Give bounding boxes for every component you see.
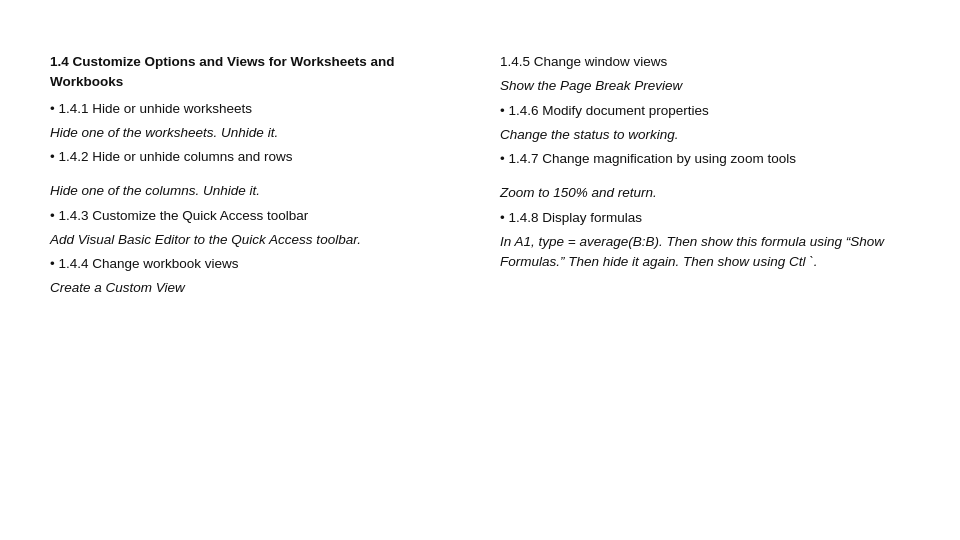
right-content: 1.4.5 Change window viewsShow the Page B… <box>500 52 910 272</box>
italic-text: Add Visual Basic Editor to the Quick Acc… <box>50 230 460 250</box>
spacer <box>50 171 460 181</box>
italic-text: Create a Custom View <box>50 278 460 298</box>
page: 1.4 Customize Options and Views for Work… <box>0 0 960 540</box>
bullet-item: • 1.4.4 Change workbook views <box>50 254 460 274</box>
italic-text: Zoom to 150% and return. <box>500 183 910 203</box>
spacer <box>500 173 910 183</box>
bullet-item: • 1.4.8 Display formulas <box>500 208 910 228</box>
bullet-item: • 1.4.6 Modify document properties <box>500 101 910 121</box>
bullet-item: • 1.4.7 Change magnification by using zo… <box>500 149 910 169</box>
bullet-item: • 1.4.2 Hide or unhide columns and rows <box>50 147 460 167</box>
italic-text: Show the Page Break Preview <box>500 76 910 96</box>
bullet-item: • 1.4.3 Customize the Quick Access toolb… <box>50 206 460 226</box>
bullet-item: • 1.4.1 Hide or unhide worksheets <box>50 99 460 119</box>
section-heading: 1.4 Customize Options and Views for Work… <box>50 52 460 93</box>
content-area: 1.4 Customize Options and Views for Work… <box>50 52 910 510</box>
right-column: 1.4.5 Change window viewsShow the Page B… <box>500 52 910 510</box>
italic-text: Change the status to working. <box>500 125 910 145</box>
italic-text: In A1, type = average(B:B). Then show th… <box>500 232 910 273</box>
normal-text: 1.4.5 Change window views <box>500 52 910 72</box>
left-column: 1.4 Customize Options and Views for Work… <box>50 52 460 510</box>
italic-text: Hide one of the columns. Unhide it. <box>50 181 460 201</box>
left-content: • 1.4.1 Hide or unhide worksheetsHide on… <box>50 99 460 299</box>
italic-text: Hide one of the worksheets. Unhide it. <box>50 123 460 143</box>
